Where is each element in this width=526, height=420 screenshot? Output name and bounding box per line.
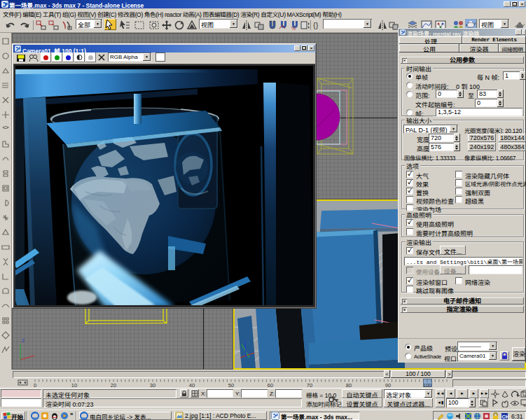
svg-text:%: %	[291, 26, 296, 31]
svg-text:70: 70	[307, 382, 312, 388]
svg-text:80: 80	[346, 382, 352, 388]
svg-text:30: 30	[150, 382, 155, 388]
svg-text:20: 20	[111, 382, 116, 388]
svg-text:50: 50	[228, 382, 234, 388]
svg-text:90: 90	[385, 382, 391, 388]
svg-text:10: 10	[71, 382, 77, 388]
svg-text:Z: Z	[22, 338, 25, 343]
svg-text:60: 60	[268, 382, 273, 388]
svg-text:{}: {}	[313, 21, 319, 29]
svg-text:100: 100	[423, 382, 432, 388]
svg-text:0: 0	[34, 382, 36, 388]
svg-text:40: 40	[189, 382, 195, 388]
svg-text:CH: CH	[502, 414, 508, 419]
